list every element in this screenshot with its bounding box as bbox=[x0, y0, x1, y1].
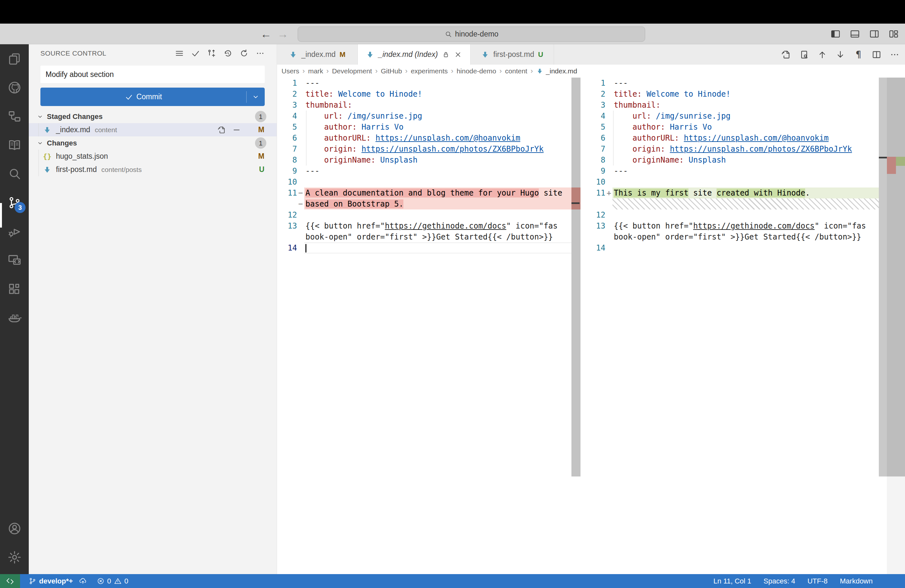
activity-docs-book[interactable] bbox=[0, 130, 29, 159]
code-line-2[interactable]: 2 title: Welcome to Hinode! bbox=[277, 89, 572, 100]
code-line-10[interactable]: 10 bbox=[277, 176, 572, 188]
commit-message-input[interactable]: Modify about section bbox=[40, 66, 265, 83]
customize-layout-icon[interactable] bbox=[888, 29, 899, 40]
more-icon[interactable] bbox=[256, 48, 265, 58]
close-icon[interactable] bbox=[454, 51, 462, 59]
code-line-8[interactable]: 8 originName: Unsplash bbox=[277, 154, 572, 165]
code-line-14[interactable]: 14 bbox=[582, 242, 905, 253]
code-line-1[interactable]: 1 --- bbox=[582, 78, 905, 89]
activity-explorer[interactable] bbox=[0, 44, 29, 73]
more-icon[interactable] bbox=[889, 49, 900, 60]
code-line-5[interactable]: 5 author: Harris Vo bbox=[582, 122, 905, 132]
breadcrumb-file[interactable]: _index.md bbox=[546, 67, 577, 75]
code-line[interactable]: − based on Bootstrap 5. bbox=[277, 199, 572, 210]
tab-first-post-md[interactable]: first-post.md U bbox=[471, 44, 554, 65]
open-file-icon[interactable] bbox=[781, 49, 791, 60]
open-file-icon[interactable] bbox=[217, 126, 226, 135]
command-center-search[interactable]: hinode-demo bbox=[298, 27, 645, 42]
branch-plus-icon[interactable] bbox=[207, 48, 217, 58]
code-line-4[interactable]: 4 url: /img/sunrise.jpg bbox=[582, 111, 905, 122]
code-line-9[interactable]: 9 --- bbox=[277, 165, 572, 176]
next-change-icon[interactable] bbox=[835, 49, 846, 60]
activity-docker[interactable] bbox=[0, 303, 29, 332]
activity-source-control[interactable]: 3 bbox=[0, 188, 29, 217]
encoding[interactable]: UTF-8 bbox=[807, 577, 827, 585]
commit-button[interactable]: Commit bbox=[40, 87, 265, 106]
commit-check-icon[interactable] bbox=[191, 48, 200, 58]
activity-github[interactable] bbox=[0, 73, 29, 102]
diff-original-pane[interactable]: 1 --- 2 title: Welcome to Hinode! 3 thum… bbox=[277, 78, 572, 253]
activity-extensions[interactable] bbox=[0, 275, 29, 303]
code-line-6[interactable]: 6 authorURL: https://unsplash.com/@hoanv… bbox=[582, 132, 905, 143]
unstage-minus-icon[interactable] bbox=[232, 126, 241, 135]
code-line-12[interactable]: 12 bbox=[582, 210, 905, 221]
code-line[interactable]: book-open" order="first" >}}Get Started{… bbox=[582, 232, 905, 242]
code-line-7[interactable]: 7 origin: https://unsplash.com/photos/ZX… bbox=[582, 143, 905, 154]
open-changes-icon[interactable] bbox=[799, 49, 809, 60]
code-line-13[interactable]: 13 {{< button href="https://gethinode.co… bbox=[277, 221, 572, 232]
code-line-11[interactable]: 11− A clean documentation and blog theme… bbox=[277, 188, 572, 199]
tab--index-md[interactable]: _index.md M bbox=[277, 44, 358, 65]
nav-forward-button[interactable]: → bbox=[275, 27, 290, 41]
code-line-8[interactable]: 8 originName: Unsplash bbox=[582, 154, 905, 165]
code-line-12[interactable]: 12 bbox=[277, 210, 572, 221]
breadcrumb-item[interactable]: Development bbox=[332, 67, 372, 75]
breadcrumb[interactable]: Users›mark›Development›GitHub›experiment… bbox=[277, 65, 905, 78]
code-line[interactable]: book-open" order="first" >}}Get Started{… bbox=[277, 232, 572, 242]
diff-editor[interactable]: 1 --- 2 title: Welcome to Hinode! 3 thum… bbox=[277, 78, 905, 574]
code-line-9[interactable]: 9 --- bbox=[582, 165, 905, 176]
breadcrumb-item[interactable]: Users bbox=[281, 67, 299, 75]
toggle-panel-icon[interactable] bbox=[849, 29, 861, 40]
toggle-secondary-sidebar-icon[interactable] bbox=[869, 29, 880, 40]
commit-dropdown-button[interactable] bbox=[246, 91, 265, 103]
remote-indicator[interactable] bbox=[0, 574, 20, 588]
change-item-first-post.md[interactable]: first-post.md content/posts U bbox=[29, 163, 277, 176]
activity-run-debug[interactable] bbox=[0, 217, 29, 246]
nav-back-button[interactable]: ← bbox=[259, 27, 273, 41]
code-line-14[interactable]: 14 bbox=[277, 242, 572, 253]
previous-change-icon[interactable] bbox=[817, 49, 827, 60]
tab--index-md-Index-[interactable]: _index.md (Index) bbox=[358, 44, 471, 65]
change-item-hugo_stats.json[interactable]: {} hugo_stats.json M bbox=[29, 150, 277, 163]
code-line-5[interactable]: 5 author: Harris Vo bbox=[277, 122, 572, 132]
left-pane-scrollbar[interactable] bbox=[572, 78, 581, 477]
group-header-changes[interactable]: Changes 1 bbox=[29, 137, 277, 150]
right-pane-scrollbar[interactable] bbox=[879, 78, 887, 477]
activity-settings[interactable] bbox=[0, 543, 29, 572]
chevron-down-icon[interactable] bbox=[37, 140, 44, 147]
pilcrow-icon[interactable]: ¶ bbox=[853, 49, 864, 60]
code-line-3[interactable]: 3 thumbnail: bbox=[582, 100, 905, 111]
activity-hierarchy-view[interactable] bbox=[0, 102, 29, 130]
code-line-13[interactable]: 13 {{< button href="https://gethinode.co… bbox=[582, 221, 905, 232]
breadcrumb-item[interactable]: mark bbox=[308, 67, 323, 75]
change-item-_index.md[interactable]: _index.md content M bbox=[29, 123, 277, 137]
breadcrumb-item[interactable]: content bbox=[505, 67, 527, 75]
cursor-position[interactable]: Ln 11, Col 1 bbox=[713, 577, 751, 585]
indentation[interactable]: Spaces: 4 bbox=[764, 577, 795, 585]
breadcrumb-item[interactable]: GitHub bbox=[381, 67, 402, 75]
code-line-11[interactable]: 11+ This is my first site created with H… bbox=[582, 188, 905, 199]
breadcrumb-item[interactable]: experiments bbox=[411, 67, 448, 75]
diff-modified-pane[interactable]: 1 --- 2 title: Welcome to Hinode! 3 thum… bbox=[582, 78, 905, 253]
activity-account[interactable] bbox=[0, 514, 29, 543]
code-line-10[interactable]: 10 bbox=[582, 176, 905, 188]
code-line-1[interactable]: 1 --- bbox=[277, 78, 572, 89]
group-header-staged-changes[interactable]: Staged Changes 1 bbox=[29, 110, 277, 123]
history-icon[interactable] bbox=[223, 48, 233, 58]
activity-search[interactable] bbox=[0, 159, 29, 188]
code-line-7[interactable]: 7 origin: https://unsplash.com/photos/ZX… bbox=[277, 143, 572, 154]
code-line-6[interactable]: 6 authorURL: https://unsplash.com/@hoanv… bbox=[277, 132, 572, 143]
code-line-3[interactable]: 3 thumbnail: bbox=[277, 100, 572, 111]
view-as-list-icon[interactable] bbox=[175, 48, 184, 58]
activity-remote-explorer[interactable] bbox=[0, 246, 29, 275]
breadcrumb-item[interactable]: hinode-demo bbox=[457, 67, 497, 75]
code-line-4[interactable]: 4 url: /img/sunrise.jpg bbox=[277, 111, 572, 122]
branch-status[interactable]: develop*+ bbox=[29, 577, 87, 585]
language-mode[interactable]: Markdown bbox=[840, 577, 873, 585]
problems-status[interactable]: 0 0 bbox=[97, 577, 129, 585]
code-line[interactable] bbox=[582, 199, 905, 210]
code-line-2[interactable]: 2 title: Welcome to Hinode! bbox=[582, 89, 905, 100]
split-editor-icon[interactable] bbox=[872, 49, 882, 60]
chevron-down-icon[interactable] bbox=[37, 113, 44, 120]
refresh-icon[interactable] bbox=[239, 48, 249, 58]
